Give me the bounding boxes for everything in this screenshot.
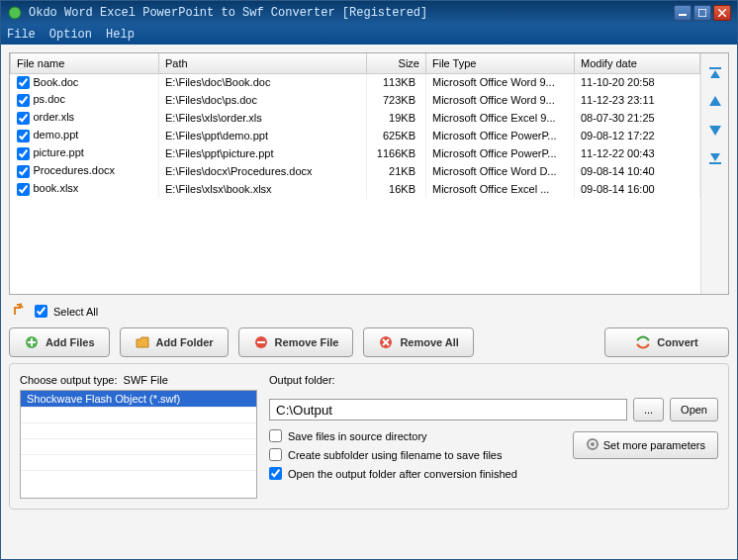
svg-marker-6 xyxy=(710,70,720,78)
table-row[interactable]: demo.pptE:\Files\ppt\demo.ppt625KBMicros… xyxy=(11,127,700,144)
svg-rect-1 xyxy=(679,14,687,16)
maximize-button[interactable] xyxy=(693,5,711,21)
svg-marker-8 xyxy=(709,126,721,136)
remove-file-label: Remove File xyxy=(275,336,339,348)
col-filetype[interactable]: File Type xyxy=(426,53,575,73)
titlebar: Okdo Word Excel PowerPoint to Swf Conver… xyxy=(1,1,737,25)
plus-icon xyxy=(24,334,40,350)
remove-file-button[interactable]: Remove File xyxy=(238,327,354,357)
create-subfolder-label: Create subfolder using filename to save … xyxy=(288,449,502,461)
svg-rect-14 xyxy=(28,341,36,343)
row-checkbox[interactable] xyxy=(17,94,30,107)
move-top-icon[interactable] xyxy=(706,65,724,83)
up-folder-icon[interactable] xyxy=(13,303,29,320)
svg-marker-9 xyxy=(710,153,720,161)
svg-rect-10 xyxy=(709,162,721,164)
open-after-checkbox[interactable] xyxy=(269,467,282,480)
svg-marker-7 xyxy=(709,96,721,106)
gear-icon xyxy=(586,437,600,453)
save-source-checkbox[interactable] xyxy=(269,429,282,442)
output-type-item[interactable]: Shockwave Flash Object (*.swf) xyxy=(21,391,256,407)
remove-all-label: Remove All xyxy=(400,336,459,348)
move-bottom-icon[interactable] xyxy=(706,148,724,166)
col-path[interactable]: Path xyxy=(159,53,367,73)
menu-help[interactable]: Help xyxy=(106,28,135,42)
svg-rect-2 xyxy=(698,9,706,17)
output-type-value: SWF File xyxy=(124,374,168,386)
convert-label: Convert xyxy=(657,336,698,348)
menu-file[interactable]: File xyxy=(7,28,36,42)
col-size[interactable]: Size xyxy=(367,53,426,73)
select-all-label: Select All xyxy=(53,306,98,318)
menu-option[interactable]: Option xyxy=(49,28,92,42)
col-filename[interactable]: File name xyxy=(11,53,159,73)
table-row[interactable]: Procedures.docxE:\Files\docx\Procedures.… xyxy=(11,162,700,180)
output-folder-label: Output folder: xyxy=(269,374,718,386)
svg-point-0 xyxy=(9,7,21,19)
svg-point-21 xyxy=(591,442,595,446)
svg-rect-16 xyxy=(257,341,265,343)
svg-rect-5 xyxy=(709,67,721,69)
remove-all-icon xyxy=(378,334,394,350)
file-list[interactable]: File name Path Size File Type Modify dat… xyxy=(10,53,700,294)
move-down-icon[interactable] xyxy=(706,121,724,139)
app-icon xyxy=(7,5,23,21)
table-row[interactable]: order.xlsE:\Files\xls\order.xls19KBMicro… xyxy=(11,109,700,127)
window-title: Okdo Word Excel PowerPoint to Swf Conver… xyxy=(29,6,674,20)
add-folder-label: Add Folder xyxy=(156,336,214,348)
col-modifydate[interactable]: Modify date xyxy=(575,53,700,73)
select-all-checkbox[interactable] xyxy=(35,305,47,318)
browse-button[interactable]: ... xyxy=(633,398,664,421)
output-folder-input[interactable] xyxy=(269,399,627,420)
convert-button[interactable]: Convert xyxy=(604,327,729,357)
menubar: File Option Help xyxy=(1,25,737,45)
row-checkbox[interactable] xyxy=(17,112,30,125)
table-row[interactable]: Book.docE:\Files\doc\Book.doc113KBMicros… xyxy=(11,73,700,91)
add-files-label: Add Files xyxy=(46,336,95,348)
output-type-label: Choose output type: xyxy=(20,374,117,386)
remove-all-button[interactable]: Remove All xyxy=(363,327,474,357)
table-row[interactable]: picture.pptE:\Files\ppt\picture.ppt1166K… xyxy=(11,144,700,162)
open-folder-button[interactable]: Open xyxy=(670,398,718,421)
set-parameters-label: Set more parameters xyxy=(603,439,705,451)
close-button[interactable] xyxy=(713,5,731,21)
minimize-button[interactable] xyxy=(674,5,692,21)
move-up-icon[interactable] xyxy=(706,93,724,111)
convert-icon xyxy=(635,334,651,350)
add-files-button[interactable]: Add Files xyxy=(9,327,110,357)
row-checkbox[interactable] xyxy=(17,165,30,178)
row-checkbox[interactable] xyxy=(17,183,30,196)
table-row[interactable]: book.xlsxE:\Files\xlsx\book.xlsx16KBMicr… xyxy=(11,180,700,198)
output-type-list[interactable]: Shockwave Flash Object (*.swf) xyxy=(20,390,257,499)
set-parameters-button[interactable]: Set more parameters xyxy=(573,431,718,459)
save-source-label: Save files in source directory xyxy=(288,430,427,442)
row-checkbox[interactable] xyxy=(17,147,30,160)
table-row[interactable]: ps.docE:\Files\doc\ps.doc723KBMicrosoft … xyxy=(11,91,700,109)
row-checkbox[interactable] xyxy=(17,76,30,89)
open-after-label: Open the output folder after conversion … xyxy=(288,468,517,480)
minus-icon xyxy=(253,334,269,350)
add-folder-button[interactable]: Add Folder xyxy=(120,327,229,357)
folder-icon xyxy=(135,334,150,350)
create-subfolder-checkbox[interactable] xyxy=(269,448,282,461)
row-checkbox[interactable] xyxy=(17,130,30,142)
